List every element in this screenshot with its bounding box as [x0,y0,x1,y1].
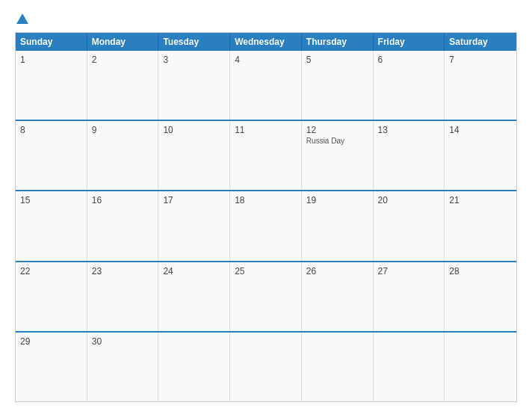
week-row-3: 15161718192021 [16,191,516,262]
day-cell: 4 [230,51,302,120]
day-cell: 20 [374,191,445,260]
header [15,13,517,25]
day-number: 4 [235,55,297,65]
day-headers-row: SundayMondayTuesdayWednesdayThursdayFrid… [16,33,516,51]
day-cell: 14 [445,121,516,190]
day-header-saturday: Saturday [445,33,516,51]
day-cell: 28 [445,262,516,331]
day-cell: 25 [230,262,302,331]
day-number: 29 [20,336,82,347]
day-number: 25 [235,266,297,276]
day-cell: 29 [16,333,87,401]
day-number: 1 [20,55,82,65]
day-number: 14 [449,125,512,135]
day-number: 18 [235,195,297,206]
day-number: 23 [92,266,154,276]
day-header-wednesday: Wednesday [230,33,302,51]
week-row-5: 2930 [16,333,516,401]
day-cell: 22 [16,262,87,331]
day-cell [158,333,230,401]
logo [15,13,30,25]
day-number: 24 [163,266,225,276]
day-number: 5 [306,55,368,65]
day-cell: 26 [302,262,374,331]
calendar-page: SundayMondayTuesdayWednesdayThursdayFrid… [0,0,532,411]
day-cell: 13 [374,121,445,190]
day-cell [374,333,445,401]
day-cell [445,333,516,401]
weeks-container: 123456789101112Russia Day131415161718192… [16,51,516,401]
day-number: 16 [92,195,154,206]
logo-blue-container [15,13,30,25]
day-number: 9 [92,125,154,135]
day-number: 10 [163,125,225,135]
day-cell: 9 [87,121,159,190]
day-number: 13 [378,125,440,135]
day-header-monday: Monday [87,33,159,51]
day-number: 8 [20,125,82,135]
day-cell: 30 [87,333,159,401]
day-number: 15 [20,195,82,206]
day-cell [302,333,374,401]
day-cell: 6 [374,51,445,120]
day-number: 2 [92,55,154,65]
day-cell: 16 [87,191,159,260]
day-cell: 17 [158,191,230,260]
day-cell: 23 [87,262,159,331]
day-number: 17 [163,195,225,206]
day-cell: 7 [445,51,516,120]
day-number: 30 [92,336,154,347]
day-cell [230,333,302,401]
week-row-1: 1234567 [16,51,516,121]
day-cell: 12Russia Day [302,121,374,190]
day-header-tuesday: Tuesday [158,33,230,51]
day-cell: 18 [230,191,302,260]
holiday-label: Russia Day [306,137,368,145]
day-cell: 24 [158,262,230,331]
day-number: 3 [163,55,225,65]
day-number: 22 [20,266,82,276]
day-number: 21 [449,195,512,206]
day-number: 28 [449,266,512,276]
day-number: 27 [378,266,440,276]
week-row-2: 89101112Russia Day1314 [16,121,516,191]
day-cell: 1 [16,51,87,120]
day-cell: 19 [302,191,374,260]
day-cell: 3 [158,51,230,120]
day-number: 6 [378,55,440,65]
day-number: 7 [449,55,512,65]
day-cell: 5 [302,51,374,120]
day-cell: 11 [230,121,302,190]
day-cell: 10 [158,121,230,190]
day-cell: 21 [445,191,516,260]
day-header-friday: Friday [374,33,445,51]
day-header-thursday: Thursday [302,33,374,51]
calendar-grid: SundayMondayTuesdayWednesdayThursdayFrid… [15,32,517,402]
day-number: 26 [306,266,368,276]
day-number: 11 [235,125,297,135]
day-number: 20 [378,195,440,206]
day-number: 19 [306,195,368,206]
day-cell: 27 [374,262,445,331]
week-row-4: 22232425262728 [16,262,516,333]
day-cell: 15 [16,191,87,260]
day-header-sunday: Sunday [16,33,87,51]
logo-triangle-icon [16,13,28,24]
day-cell: 2 [87,51,159,120]
day-number: 12 [306,125,368,135]
day-cell: 8 [16,121,87,190]
